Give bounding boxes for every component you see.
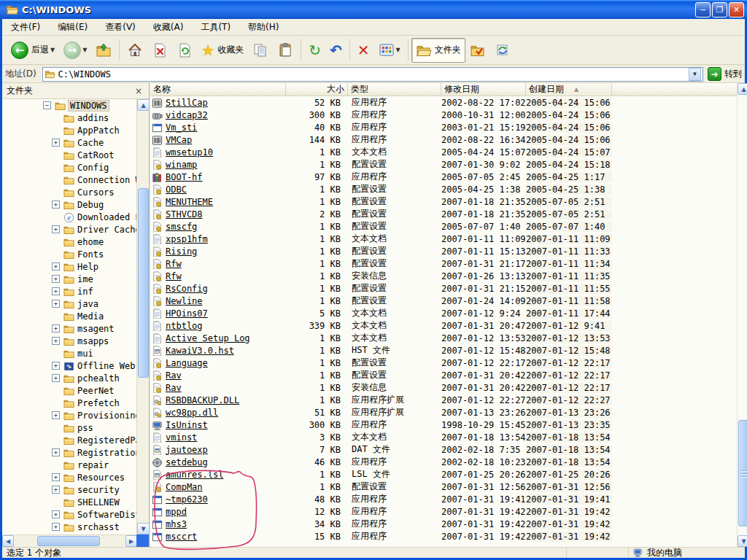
tree-item-label[interactable]: CatRoot [77,150,115,160]
file-row[interactable]: VMCap 144 KB 应用程序 2002-08-22 16:34 2005-… [150,133,737,146]
file-row[interactable]: jautoexp 7 KB DAT 文件 2002-02-18 7:35 200… [150,443,737,456]
file-name-link[interactable]: CompMan [166,482,203,492]
file-row[interactable]: IsUninst 300 KB 应用程序 1998-10-29 15:45 20… [150,419,737,431]
file-name-cell[interactable]: CompMan [150,482,286,492]
tree-item-label[interactable]: WINDOWS [69,101,109,111]
file-name-cell[interactable]: RsConfig [150,284,286,294]
file-name-link[interactable]: vidcap32 [166,110,208,120]
copy-button[interactable] [248,38,273,63]
column-header-type[interactable]: 类型 [348,83,441,96]
file-name-link[interactable]: RSBDBACKUP.DLL [166,395,239,405]
file-name-link[interactable]: jautoexp [166,445,208,455]
tree-item[interactable]: + pchealth [2,372,137,384]
tree-hscrollbar-thumb[interactable] [37,536,100,546]
forward-button[interactable]: → ▼ [59,38,91,63]
tree-item-label[interactable]: Cursors [77,187,115,198]
file-name-cell[interactable]: Rfw [150,259,286,269]
menu-item[interactable]: 工具(T) [192,19,239,36]
file-name-cell[interactable]: Newline [150,296,286,306]
tree-expander-icon[interactable]: + [52,374,60,382]
tree-item[interactable]: repair [2,459,137,471]
file-row[interactable]: Rising 1 KB 配置设置 2007-01-11 15:13 2007-0… [150,245,737,257]
file-name-link[interactable]: Language [166,358,208,368]
tree-item[interactable]: Connection Wizard [2,174,137,186]
tree-expander-icon[interactable]: + [52,362,60,370]
tree-expander-icon[interactable]: + [52,411,60,419]
home-button[interactable] [123,38,147,63]
file-name-link[interactable]: Rising [166,246,197,257]
tree-item[interactable]: mui [2,347,137,359]
file-row[interactable]: Rav 1 KB 安装信息 2007-01-31 20:42 2007-01-1… [150,381,737,394]
file-row[interactable]: Newline 1 KB 配置设置 2007-01-24 14:09 2007-… [150,295,737,307]
file-row[interactable]: ODBC 1 KB 配置设置 2005-04-25 1:38 2005-04-2… [150,183,737,195]
file-row[interactable]: Language 1 KB 配置设置 2007-01-12 22:17 2007… [150,357,737,369]
tree-item-label[interactable]: msagent [77,324,115,334]
tree-item-label[interactable]: pchealth [77,373,120,384]
file-row[interactable]: Rav 1 KB 配置设置 2007-01-31 20:42 2007-01-1… [150,369,737,381]
file-name-link[interactable]: Rfw [166,259,182,269]
file-row[interactable]: StillCap 52 KB 应用程序 2002-08-22 17:02 200… [150,96,737,109]
file-row[interactable]: RSBDBACKUP.DLL 1 KB 应用程序扩展 2007-01-12 22… [150,394,737,406]
refresh-button[interactable] [172,38,197,63]
tree-expander-icon[interactable]: − [43,101,51,109]
tree-item-label[interactable]: Cache [77,138,104,148]
file-row[interactable]: mppd 12 KB 应用程序 2007-01-31 19:42 2007-01… [150,505,737,518]
file-name-cell[interactable]: mhs3 [150,519,286,529]
file-name-link[interactable]: VMCap [166,135,192,145]
file-name-link[interactable]: wmsetup10 [166,147,213,158]
file-name-cell[interactable]: jautoexp [150,445,286,455]
file-name-link[interactable]: HPOins07 [166,308,208,319]
file-row[interactable]: winamp 1 KB 配置设置 2007-01-30 9:02 2005-04… [150,158,737,171]
file-name-link[interactable]: Rav [166,370,182,381]
file-name-link[interactable]: smscfg [166,222,197,232]
file-name-link[interactable]: Rfw [166,271,182,281]
tree-item[interactable]: + Cache [2,136,137,149]
file-row[interactable]: MENUTHEME 1 KB 配置设置 2007-01-18 21:35 200… [150,195,737,208]
tree-item[interactable]: + Help [2,260,137,273]
tree-expander-icon[interactable]: + [52,300,60,308]
file-row[interactable]: Rfw 1 KB 安装信息 2007-01-26 13:13 2007-01-1… [150,270,737,282]
tree-item[interactable]: + Resources [2,471,137,483]
tree-expander-icon[interactable]: + [52,287,60,295]
file-row[interactable]: STHVCD8 2 KB 配置设置 2007-01-18 21:35 2005-… [150,208,737,220]
tree-item[interactable]: + Provisioning [2,409,137,421]
tree-item[interactable]: Media [2,310,137,322]
address-dropdown-icon[interactable]: ▼ [689,68,701,81]
file-row[interactable]: BOOT-hf 97 KB 应用程序 2005-07-05 2:45 2005-… [150,171,737,183]
minimize-button[interactable]: ─ [695,2,711,18]
file-name-cell[interactable]: vminst [150,432,286,443]
tree-item-label[interactable]: PeerNet [77,386,115,396]
column-header-size[interactable]: 大小 [286,83,348,96]
close-button[interactable]: ✕ [729,2,744,18]
file-name-cell[interactable]: mppd [150,507,286,517]
tree-item-label[interactable]: Media [77,311,104,322]
file-name-cell[interactable]: smscfg [150,222,286,232]
file-name-cell[interactable]: Active Setup Log [150,333,286,343]
file-name-link[interactable]: Vm_sti [166,122,197,133]
tree-item-label[interactable]: ime [77,274,93,284]
tree-item[interactable]: + Registration [2,446,137,459]
tree-item-label[interactable]: Prefetch [77,398,120,408]
menu-item[interactable]: 帮助(H) [239,19,287,36]
file-name-cell[interactable]: amunres.lsl [150,470,286,480]
file-name-link[interactable]: STHVCD8 [166,209,203,219]
tree-item-label[interactable]: Registration [77,448,137,458]
tree-vertical-scrollbar[interactable]: ▲ ▼ [136,99,149,534]
tree-item[interactable]: + srchasst [2,521,137,533]
file-row[interactable]: Active Setup Log 1 KB 文本文档 2007-01-12 13… [150,332,737,344]
file-name-cell[interactable]: wc98pp.dll [150,408,286,418]
tree-item[interactable]: Fonts [2,248,137,260]
tree-expander-icon[interactable]: + [52,486,60,494]
file-name-link[interactable]: setdebug [166,457,208,467]
folders-panel-close-icon[interactable]: × [133,86,144,96]
tree-item-label[interactable]: inf [77,287,93,297]
tree-expander-icon[interactable]: + [52,473,60,481]
tree-item-label[interactable]: Driver Cache [77,225,137,235]
file-row[interactable]: HPOins07 5 KB 文本文档 2007-01-12 9:24 2007-… [150,307,737,319]
tree-item[interactable]: Prefetch [2,397,137,409]
tree-item-label[interactable]: Offline Web Pages [77,361,137,371]
tree-item-label[interactable]: Resources [77,472,125,483]
file-name-link[interactable]: MENUTHEME [166,197,213,207]
tree-item[interactable]: + inf [2,285,137,298]
file-name-cell[interactable]: IsUninst [150,420,286,430]
